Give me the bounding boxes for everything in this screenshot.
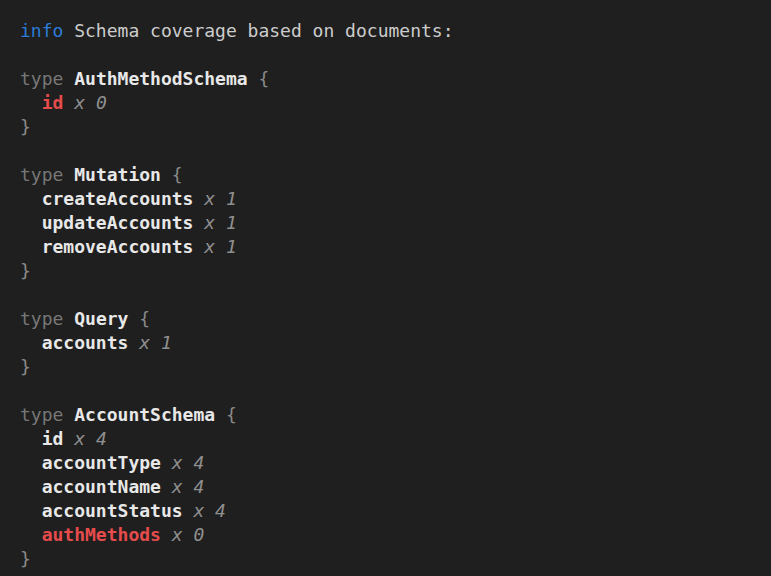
usage-count: x 4 [193,500,226,521]
log-text [161,452,172,473]
log-text [63,68,74,89]
log-text [63,428,74,449]
log-text [20,236,42,257]
log-text [161,164,172,185]
terminal-line [20,139,757,163]
terminal-line [20,283,757,307]
log-text [20,428,42,449]
log-text [128,332,139,353]
terminal-line: type Query { [20,307,757,331]
terminal-line: accountName x 4 [20,475,757,499]
field-name: accountName [42,476,161,497]
terminal-line: createAccounts x 1 [20,187,757,211]
terminal-line: info Schema coverage based on documents: [20,19,757,43]
usage-count: x 4 [74,428,107,449]
field-name: removeAccounts [42,236,194,257]
brace: } [20,548,31,569]
log-text [20,476,42,497]
log-text [63,92,74,113]
brace: } [20,116,31,137]
terminal-line [20,379,757,403]
terminal-line: accounts x 1 [20,331,757,355]
field-name: accounts [42,332,129,353]
usage-count: x 4 [172,476,205,497]
log-text [20,500,42,521]
type-name: AuthMethodSchema [74,68,247,89]
field-name: createAccounts [42,188,194,209]
terminal-line: accountType x 4 [20,451,757,475]
log-text [183,500,194,521]
type-name: Query [74,308,128,329]
terminal-line: type AccountSchema { [20,403,757,427]
terminal-line: type Mutation { [20,163,757,187]
terminal-line: type AuthMethodSchema { [20,67,757,91]
terminal-line: accountStatus x 4 [20,499,757,523]
brace: { [258,68,269,89]
terminal-output[interactable]: info Schema coverage based on documents:… [0,0,771,576]
field-name: accountType [42,452,161,473]
log-text [161,524,172,545]
terminal-screen: { "colors": { "background": "#1f1f1f", "… [0,0,771,576]
brace: { [226,404,237,425]
log-text [161,476,172,497]
log-text [20,524,42,545]
field-name-uncovered: authMethods [42,524,161,545]
type-keyword: type [20,164,63,185]
log-text [193,236,204,257]
terminal-line: removeAccounts x 1 [20,235,757,259]
info-label: info [20,20,63,41]
type-keyword: type [20,404,63,425]
log-text [193,188,204,209]
log-text [20,452,42,473]
field-name-uncovered: id [42,92,64,113]
log-text [63,164,74,185]
terminal-line: authMethods x 0 [20,523,757,547]
usage-count: x 4 [172,452,205,473]
usage-count: x 0 [74,92,107,113]
log-text [215,404,226,425]
terminal-line: id x 4 [20,427,757,451]
log-text [20,332,42,353]
terminal-line [20,43,757,67]
log-text [20,212,42,233]
terminal-line: } [20,547,757,571]
terminal-line: } [20,115,757,139]
brace: } [20,356,31,377]
field-name: id [42,428,64,449]
brace: } [20,260,31,281]
log-text [63,308,74,329]
terminal-line: } [20,259,757,283]
log-text [193,212,204,233]
usage-count: x 1 [204,188,237,209]
usage-count: x 1 [204,236,237,257]
field-name: accountStatus [42,500,183,521]
terminal-line: updateAccounts x 1 [20,211,757,235]
log-text: Schema coverage based on documents: [63,20,453,41]
log-text [20,92,42,113]
type-name: AccountSchema [74,404,215,425]
log-text [128,308,139,329]
terminal-line: id x 0 [20,91,757,115]
field-name: updateAccounts [42,212,194,233]
type-name: Mutation [74,164,161,185]
log-text [63,404,74,425]
type-keyword: type [20,68,63,89]
brace: { [139,308,150,329]
log-text [20,188,42,209]
brace: { [172,164,183,185]
terminal-line: } [20,355,757,379]
log-text [248,68,259,89]
usage-count: x 1 [204,212,237,233]
type-keyword: type [20,308,63,329]
usage-count: x 1 [139,332,172,353]
usage-count: x 0 [172,524,205,545]
